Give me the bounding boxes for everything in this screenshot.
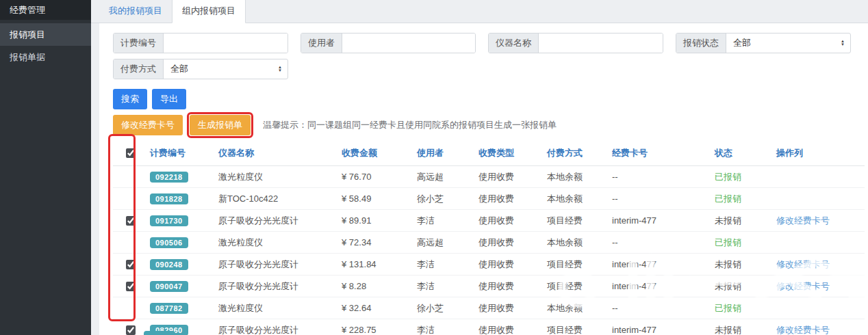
cell-status: 未报销 (712, 276, 774, 297)
cell-pay-method: 项目经费 (544, 210, 609, 232)
sidebar-item-label: 报销单据 (10, 52, 45, 62)
cell-billing-code: 091730 (147, 210, 216, 232)
pay-method-label: 付费方式 (114, 59, 164, 79)
select-arrows-icon[interactable]: ▲▼ (841, 34, 850, 53)
cell-card: -- (609, 297, 712, 319)
cell-user: 高远超 (414, 166, 476, 188)
status-select-group[interactable]: 报销状态 全部 ▲▼ (676, 33, 851, 53)
sidebar-item-reimburse-documents[interactable]: 报销单据 (0, 46, 91, 68)
column-header: 仪器名称 (216, 141, 339, 166)
modify-card-button[interactable]: 修改经费卡号 (113, 115, 183, 135)
cell-card: interim-477 (609, 254, 712, 276)
status-select-value[interactable]: 全部 (726, 34, 841, 53)
pay-method-select-value[interactable]: 全部 (164, 59, 278, 79)
table-row: 090506激光粒度仪¥ 72.34高远超使用收费本地余额--已报销 (113, 232, 865, 254)
generate-reimburse-button[interactable]: 生成报销单 (190, 115, 251, 135)
select-all-checkbox[interactable] (126, 148, 136, 158)
cell-user: 李洁 (414, 319, 476, 335)
status-label: 报销状态 (676, 34, 726, 53)
tab-bar: 我的报销项目 组内报销项目 (91, 0, 868, 23)
partial-row-badge (144, 331, 175, 335)
cell-amount: ¥ 8.28 (339, 276, 414, 297)
cell-billing-code: 090506 (147, 232, 216, 254)
modify-card-link[interactable]: 修改经费卡号 (776, 281, 830, 291)
select-all-cell (113, 141, 147, 166)
cell-card: -- (609, 188, 712, 210)
cell-fee-type: 使用收费 (476, 166, 544, 188)
cell-amount: ¥ 72.34 (339, 232, 414, 254)
billing-code-badge: 092218 (150, 172, 188, 183)
billing-table: 计费编号仪器名称收费金额使用者收费类型付费方式经费卡号状态操作列 092218激… (113, 141, 865, 335)
column-header: 状态 (712, 141, 774, 166)
cell-pay-method: 本地余额 (544, 297, 609, 319)
column-header: 计费编号 (147, 141, 216, 166)
row-checkbox[interactable] (126, 216, 136, 226)
cell-amount: ¥ 32.64 (339, 297, 414, 319)
cell-checkbox (113, 188, 147, 210)
modify-card-link[interactable]: 修改经费卡号 (776, 259, 830, 269)
filter-row-2: 付费方式 全部 ▲▼ (113, 59, 857, 79)
cell-action: 修改经费卡号 (774, 210, 865, 232)
modify-card-link[interactable]: 修改经费卡号 (776, 215, 830, 226)
cell-status: 已报销 (712, 297, 774, 319)
cell-card: interim-477 (609, 276, 712, 297)
row-checkbox[interactable] (126, 282, 136, 291)
cell-billing-code: 090047 (147, 276, 216, 297)
table-row: 091730原子吸收分光光度计¥ 89.91李洁使用收费项目经费interim-… (113, 210, 865, 232)
billing-code-badge: 091730 (150, 215, 188, 226)
search-button[interactable]: 搜索 (113, 89, 147, 109)
billing-code-badge: 090047 (150, 281, 188, 292)
billing-table-wrap: 计费编号仪器名称收费金额使用者收费类型付费方式经费卡号状态操作列 092218激… (113, 141, 857, 335)
user-label: 使用者 (301, 34, 342, 53)
tab-my-projects[interactable]: 我的报销项目 (99, 0, 172, 23)
primary-button-row: 搜索 导出 (113, 89, 857, 109)
modify-card-link[interactable]: 修改经费卡号 (776, 325, 830, 335)
instrument-group: 仪器名称 (488, 33, 663, 53)
cell-instrument: 原子吸收分光光度计 (216, 210, 339, 232)
cell-card: -- (609, 166, 712, 188)
cell-fee-type: 使用收费 (476, 210, 544, 232)
column-header: 收费金额 (339, 141, 414, 166)
table-row: 090047原子吸收分光光度计¥ 8.28李洁使用收费项目经费interim-4… (113, 276, 865, 297)
cell-amount: ¥ 89.91 (339, 210, 414, 232)
pay-method-select-group[interactable]: 付费方式 全部 ▲▼ (113, 59, 288, 79)
cell-amount: ¥ 58.49 (339, 188, 414, 210)
row-checkbox[interactable] (126, 325, 136, 335)
column-header: 操作列 (774, 141, 865, 166)
cell-user: 徐小芝 (414, 188, 476, 210)
table-row: 090248原子吸收分光光度计¥ 131.84李洁使用收费项目经费interim… (113, 254, 865, 276)
cell-pay-method: 本地余额 (544, 232, 609, 254)
cell-status: 已报销 (712, 232, 774, 254)
sidebar-item-label: 报销项目 (10, 29, 45, 40)
cell-card: interim-477 (609, 319, 712, 335)
export-button[interactable]: 导出 (152, 89, 186, 109)
user-input[interactable] (342, 34, 475, 53)
cell-checkbox (113, 276, 147, 297)
select-arrows-icon[interactable]: ▲▼ (278, 59, 288, 79)
cell-checkbox (113, 297, 147, 319)
cell-user: 徐小芝 (414, 297, 476, 319)
cell-status: 未报销 (712, 210, 774, 232)
table-row: 092218激光粒度仪¥ 76.70高远超使用收费本地余额--已报销 (113, 166, 865, 188)
table-row: 091828新TOC-10c422¥ 58.49徐小芝使用收费本地余额--已报销 (113, 188, 865, 210)
billing-code-badge: 087782 (150, 303, 188, 314)
billing-code-badge: 090506 (150, 237, 188, 248)
cell-pay-method: 项目经费 (544, 319, 609, 335)
instrument-input[interactable] (539, 34, 663, 53)
sidebar-brand: 经费管理 (0, 0, 91, 20)
secondary-button-row: 修改经费卡号 生成报销单 温馨提示：同一课题组同一经费卡且使用同院系的报销项目生… (113, 112, 857, 138)
row-checkbox[interactable] (126, 260, 136, 269)
user-group: 使用者 (301, 33, 476, 53)
cell-action (774, 232, 865, 254)
cell-user: 李洁 (414, 276, 476, 297)
cell-billing-code: 091828 (147, 188, 216, 210)
table-row: 087782激光粒度仪¥ 32.64徐小芝使用收费本地余额--已报销 (113, 297, 865, 319)
cell-fee-type: 使用收费 (476, 232, 544, 254)
cell-checkbox (113, 210, 147, 232)
tab-group-projects[interactable]: 组内报销项目 (172, 0, 246, 23)
billing-no-input[interactable] (164, 34, 288, 53)
cell-action (774, 188, 865, 210)
sidebar-item-reimburse-projects[interactable]: 报销项目 (0, 23, 91, 46)
cell-instrument: 原子吸收分光光度计 (216, 254, 339, 276)
table-body: 092218激光粒度仪¥ 76.70高远超使用收费本地余额--已报销091828… (113, 166, 865, 335)
